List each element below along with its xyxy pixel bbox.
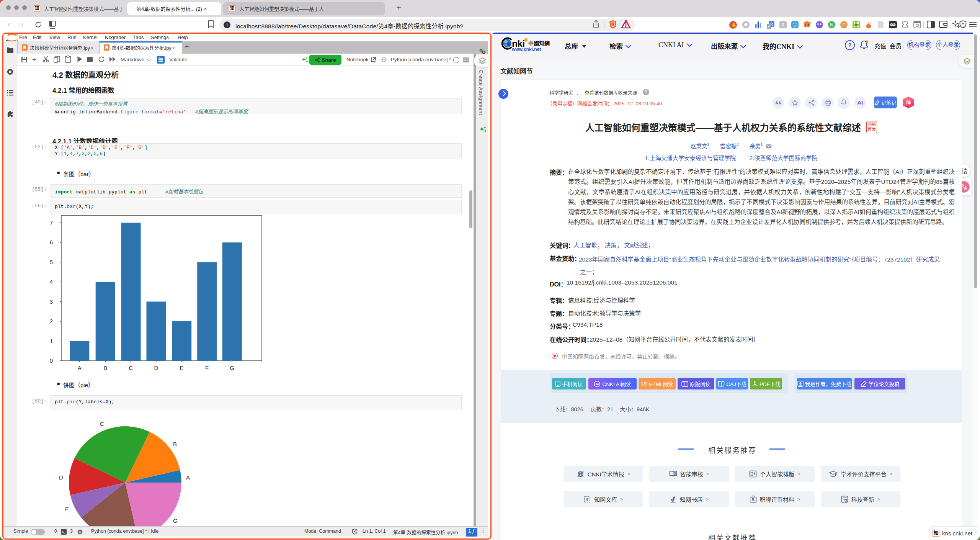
svg-text:A: A <box>78 365 82 371</box>
svg-text:D: D <box>59 474 63 481</box>
svg-text:G: G <box>173 517 178 524</box>
svg-text:6: 6 <box>50 239 53 245</box>
svg-text:5: 5 <box>50 259 53 265</box>
svg-text:E: E <box>180 365 184 371</box>
svg-text:2: 2 <box>50 318 53 324</box>
svg-text:中國知網: 中國知網 <box>528 40 550 46</box>
svg-text:A: A <box>768 25 771 29</box>
svg-text:B: B <box>103 365 107 371</box>
svg-text:C: C <box>129 365 133 371</box>
svg-text:www.cnki.net: www.cnki.net <box>511 47 541 52</box>
svg-text:D: D <box>154 365 158 371</box>
svg-text:AI: AI <box>596 383 599 386</box>
svg-text:C: C <box>100 421 104 427</box>
svg-text:3: 3 <box>50 298 53 305</box>
svg-text:B: B <box>173 441 177 447</box>
svg-text:7: 7 <box>50 219 53 226</box>
svg-text:A: A <box>186 474 190 481</box>
svg-text:1: 1 <box>50 338 53 344</box>
svg-text:4: 4 <box>50 278 53 285</box>
svg-text:F: F <box>205 365 209 371</box>
svg-text:E: E <box>65 506 69 512</box>
svg-text:0: 0 <box>50 357 53 364</box>
svg-text:文: 文 <box>585 497 590 501</box>
svg-text:G: G <box>230 365 234 371</box>
